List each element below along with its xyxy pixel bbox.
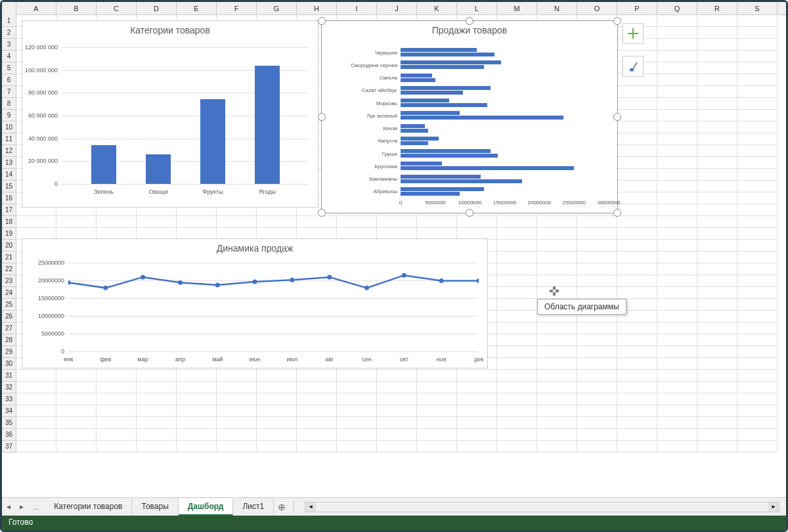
hbar[interactable] xyxy=(401,187,484,191)
row-header[interactable]: 30 xyxy=(2,358,16,370)
column-header[interactable]: N xyxy=(537,2,577,15)
column-header[interactable]: P xyxy=(617,2,657,15)
row-header[interactable]: 6 xyxy=(2,74,16,86)
row-header[interactable]: 23 xyxy=(2,275,16,287)
row-header[interactable]: 2 xyxy=(2,27,16,39)
sheet-tab[interactable]: Товары xyxy=(132,499,178,516)
hbar[interactable] xyxy=(401,65,484,69)
row-header[interactable]: 32 xyxy=(2,382,16,393)
column-header[interactable]: G xyxy=(257,2,297,15)
row-header[interactable]: 29 xyxy=(2,346,16,358)
column-header[interactable]: C xyxy=(97,2,137,15)
scroll-right-arrow[interactable]: ► xyxy=(768,502,779,512)
row-header[interactable]: 22 xyxy=(2,263,16,275)
column-header[interactable]: D xyxy=(137,2,177,15)
row-header[interactable]: 5 xyxy=(2,62,16,74)
row-header[interactable]: 17 xyxy=(2,204,16,216)
row-header[interactable]: 27 xyxy=(2,322,16,334)
row-header[interactable]: 34 xyxy=(2,405,16,417)
hbar[interactable] xyxy=(401,53,494,56)
hbar[interactable] xyxy=(401,111,460,115)
row-header[interactable]: 20 xyxy=(2,240,16,252)
row-header[interactable]: 9 xyxy=(2,110,16,122)
row-header[interactable]: 16 xyxy=(2,192,16,204)
column-header[interactable]: R xyxy=(697,2,737,15)
row-header[interactable]: 28 xyxy=(2,334,16,346)
selection-handle[interactable] xyxy=(466,209,473,217)
chart-sales[interactable]: Продажи товаров ЧерешняСмородина чернаяС… xyxy=(321,20,618,213)
bar[interactable] xyxy=(146,154,171,185)
row-header[interactable]: 7 xyxy=(2,86,16,98)
bar[interactable] xyxy=(200,99,225,185)
row-header[interactable]: 25 xyxy=(2,299,16,311)
row-header[interactable]: 18 xyxy=(2,216,16,228)
hbar[interactable] xyxy=(401,124,425,128)
column-header[interactable]: B xyxy=(56,2,97,15)
row-header[interactable]: 31 xyxy=(2,370,16,382)
select-all-corner[interactable] xyxy=(2,2,16,15)
tab-nav-next[interactable]: ► xyxy=(15,503,28,510)
bar[interactable] xyxy=(91,145,116,185)
selection-handle[interactable] xyxy=(466,17,473,25)
bar[interactable] xyxy=(255,66,280,184)
chart-add-element-button[interactable] xyxy=(623,23,644,44)
row-header[interactable]: 12 xyxy=(2,145,16,157)
row-header[interactable]: 37 xyxy=(2,441,16,453)
column-header[interactable]: O xyxy=(577,2,617,15)
row-header[interactable]: 11 xyxy=(2,133,16,145)
sheet-tab[interactable]: Дашборд xyxy=(179,499,234,516)
chart-style-button[interactable] xyxy=(623,56,644,77)
hbar[interactable] xyxy=(401,78,435,82)
row-header[interactable]: 19 xyxy=(2,228,16,240)
hbar[interactable] xyxy=(401,141,428,145)
scroll-left-arrow[interactable]: ◄ xyxy=(305,502,316,512)
tabs-overflow[interactable]: ... xyxy=(28,503,45,511)
hbar[interactable] xyxy=(401,99,449,102)
row-header[interactable]: 3 xyxy=(2,39,16,51)
column-header[interactable]: M xyxy=(497,2,537,15)
hbar[interactable] xyxy=(401,116,563,120)
selection-handle[interactable] xyxy=(318,209,326,217)
column-header[interactable]: Q xyxy=(657,2,697,15)
row-header[interactable]: 26 xyxy=(2,311,16,322)
row-header[interactable]: 8 xyxy=(2,98,16,110)
selection-handle[interactable] xyxy=(613,113,621,121)
column-header[interactable]: S xyxy=(737,2,777,15)
hbar[interactable] xyxy=(401,74,432,78)
row-header[interactable]: 1 xyxy=(2,15,16,27)
selection-handle[interactable] xyxy=(318,17,326,25)
hbar[interactable] xyxy=(401,149,491,153)
hbar[interactable] xyxy=(401,166,574,170)
hbar[interactable] xyxy=(401,129,428,133)
hbar[interactable] xyxy=(401,154,498,158)
column-header[interactable]: H xyxy=(297,2,337,15)
sheet-tab[interactable]: Лист1 xyxy=(233,499,274,516)
row-header[interactable]: 10 xyxy=(2,122,16,133)
row-header[interactable]: 13 xyxy=(2,157,16,169)
hbar[interactable] xyxy=(401,192,460,196)
row-header[interactable]: 36 xyxy=(2,429,16,441)
hbar[interactable] xyxy=(401,162,442,166)
column-header[interactable]: E xyxy=(177,2,217,15)
chart-categories[interactable]: Категории товаров 020 000 00040 000 0006… xyxy=(22,20,318,208)
hbar[interactable] xyxy=(401,179,522,183)
column-header[interactable]: I xyxy=(337,2,377,15)
hbar[interactable] xyxy=(401,175,481,179)
selection-handle[interactable] xyxy=(613,209,621,217)
selection-handle[interactable] xyxy=(613,17,621,25)
horizontal-scrollbar[interactable]: ◄ ► xyxy=(305,502,779,512)
column-header[interactable]: K xyxy=(417,2,457,15)
spreadsheet-grid[interactable]: ABCDEFGHIJKLMNOPQRS 12345678910111213141… xyxy=(2,2,786,494)
row-header[interactable]: 35 xyxy=(2,417,16,429)
add-sheet-button[interactable]: ⊕ xyxy=(274,502,290,512)
row-header[interactable]: 33 xyxy=(2,393,16,405)
chart-dynamics[interactable]: Динамика продаж 050000001000000015000000… xyxy=(22,238,488,368)
column-header[interactable]: F xyxy=(217,2,257,15)
hbar[interactable] xyxy=(401,48,477,52)
column-header[interactable]: A xyxy=(16,2,56,15)
column-header[interactable]: L xyxy=(457,2,497,15)
hbar[interactable] xyxy=(401,86,491,90)
hbar[interactable] xyxy=(401,137,439,141)
row-header[interactable]: 14 xyxy=(2,169,16,181)
row-header[interactable]: 4 xyxy=(2,51,16,62)
